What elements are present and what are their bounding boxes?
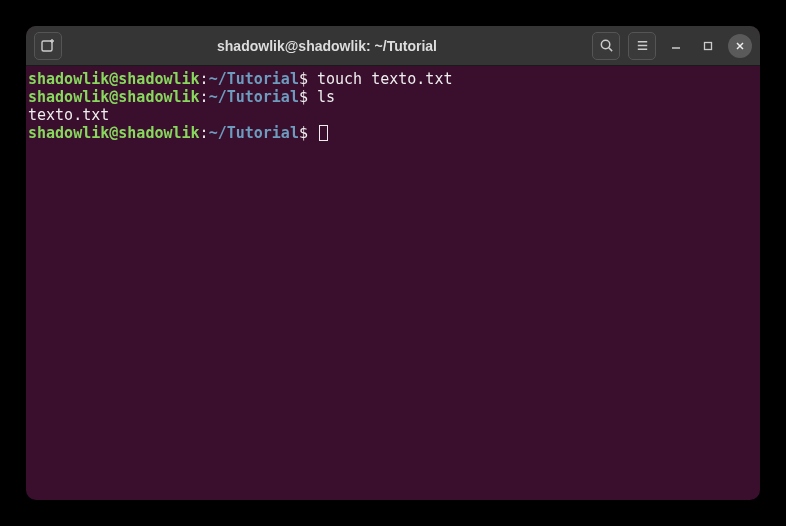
- terminal-line: shadowlik@shadowlik:~/Tutorial$: [28, 124, 758, 143]
- prompt-path: ~/Tutorial: [209, 88, 299, 106]
- titlebar-left: [34, 32, 62, 60]
- titlebar[interactable]: shadowlik@shadowlik: ~/Tutorial: [26, 26, 760, 66]
- terminal-output-line: texto.txt: [28, 106, 758, 124]
- command-text: ls: [317, 88, 335, 106]
- terminal-window: shadowlik@shadowlik: ~/Tutorial: [26, 26, 760, 500]
- terminal-line: shadowlik@shadowlik:~/Tutorial$ ls: [28, 88, 758, 106]
- new-tab-icon: [40, 38, 56, 54]
- svg-rect-0: [42, 41, 52, 51]
- prompt-user: shadowlik@shadowlik: [28, 88, 200, 106]
- window-title: shadowlik@shadowlik: ~/Tutorial: [68, 38, 586, 54]
- prompt-separator: :: [200, 70, 209, 88]
- cursor-icon: [319, 125, 328, 141]
- prompt-user: shadowlik@shadowlik: [28, 124, 200, 142]
- maximize-button[interactable]: [696, 34, 720, 58]
- minimize-button[interactable]: [664, 34, 688, 58]
- titlebar-right: [592, 32, 752, 60]
- command-text: touch texto.txt: [317, 70, 452, 88]
- close-button[interactable]: [728, 34, 752, 58]
- search-icon: [599, 38, 614, 53]
- prompt-separator: :: [200, 88, 209, 106]
- close-icon: [735, 41, 745, 51]
- prompt-symbol: $: [299, 70, 317, 88]
- svg-point-3: [601, 40, 609, 48]
- terminal-line: shadowlik@shadowlik:~/Tutorial$ touch te…: [28, 70, 758, 88]
- output-text: texto.txt: [28, 106, 109, 124]
- new-tab-button[interactable]: [34, 32, 62, 60]
- prompt-path: ~/Tutorial: [209, 124, 299, 142]
- search-button[interactable]: [592, 32, 620, 60]
- terminal-body[interactable]: shadowlik@shadowlik:~/Tutorial$ touch te…: [26, 66, 760, 500]
- prompt-path: ~/Tutorial: [209, 70, 299, 88]
- prompt-symbol: $: [299, 88, 317, 106]
- minimize-icon: [671, 41, 681, 51]
- prompt-user: shadowlik@shadowlik: [28, 70, 200, 88]
- svg-rect-9: [705, 42, 712, 49]
- prompt-separator: :: [200, 124, 209, 142]
- hamburger-icon: [635, 38, 650, 53]
- svg-line-4: [608, 48, 611, 51]
- maximize-icon: [703, 41, 713, 51]
- menu-button[interactable]: [628, 32, 656, 60]
- prompt-symbol: $: [299, 124, 317, 142]
